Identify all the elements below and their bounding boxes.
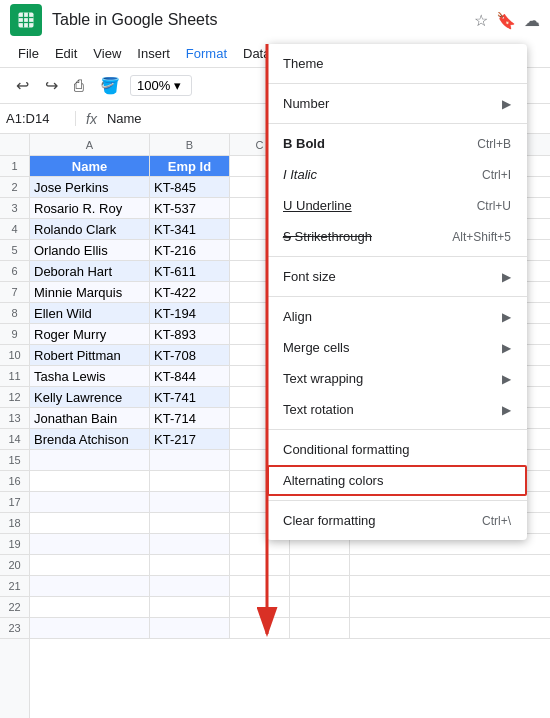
- cell-1-a[interactable]: Name: [30, 156, 150, 176]
- table-row[interactable]: [30, 597, 550, 618]
- menu-file[interactable]: File: [10, 42, 47, 65]
- cell-5-a[interactable]: Orlando Ellis: [30, 240, 150, 260]
- table-row[interactable]: [30, 555, 550, 576]
- cell-19-b[interactable]: [150, 534, 230, 554]
- cell-8-b[interactable]: KT-194: [150, 303, 230, 323]
- menu-item-alternating_colors[interactable]: Alternating colors: [267, 465, 527, 496]
- menu-item-text_rotation[interactable]: Text rotation▶: [267, 394, 527, 425]
- cell-21-b[interactable]: [150, 576, 230, 596]
- menu-separator: [267, 256, 527, 257]
- cell-15-b[interactable]: [150, 450, 230, 470]
- cell-17-a[interactable]: [30, 492, 150, 512]
- cell-1-b[interactable]: Emp Id: [150, 156, 230, 176]
- menu-item-font_size[interactable]: Font size▶: [267, 261, 527, 292]
- cell-20-a[interactable]: [30, 555, 150, 575]
- paint-format-button[interactable]: 🪣: [94, 72, 126, 99]
- menu-item-merge_cells[interactable]: Merge cells▶: [267, 332, 527, 363]
- cell-20-c[interactable]: [230, 555, 290, 575]
- submenu-arrow-text_rotation: ▶: [502, 403, 511, 417]
- cell-reference[interactable]: A1:D14: [6, 111, 76, 126]
- zoom-arrow-icon: ▾: [174, 78, 181, 93]
- cell-11-b[interactable]: KT-844: [150, 366, 230, 386]
- cell-9-b[interactable]: KT-893: [150, 324, 230, 344]
- menu-edit[interactable]: Edit: [47, 42, 85, 65]
- cell-16-a[interactable]: [30, 471, 150, 491]
- cell-22-c[interactable]: [230, 597, 290, 617]
- menu-item-conditional_formatting[interactable]: Conditional formatting: [267, 434, 527, 465]
- menu-view[interactable]: View: [85, 42, 129, 65]
- menu-item-text_wrapping[interactable]: Text wrapping▶: [267, 363, 527, 394]
- cell-13-b[interactable]: KT-714: [150, 408, 230, 428]
- cell-10-a[interactable]: Robert Pittman: [30, 345, 150, 365]
- cell-2-a[interactable]: Jose Perkins: [30, 177, 150, 197]
- menu-shortcut-underline: Ctrl+U: [477, 199, 511, 213]
- star-icon[interactable]: ☆: [474, 11, 488, 30]
- cell-14-b[interactable]: KT-217: [150, 429, 230, 449]
- cell-20-d[interactable]: [290, 555, 350, 575]
- zoom-value: 100%: [137, 78, 170, 93]
- menu-item-clear_formatting[interactable]: Clear formattingCtrl+\: [267, 505, 527, 536]
- zoom-control[interactable]: 100% ▾: [130, 75, 192, 96]
- menu-item-label-align: Align: [283, 309, 312, 324]
- cell-16-b[interactable]: [150, 471, 230, 491]
- fx-label: fx: [76, 111, 107, 127]
- bookmark-icon[interactable]: 🔖: [496, 11, 516, 30]
- table-row[interactable]: [30, 618, 550, 639]
- row-num-10: 10: [0, 345, 29, 366]
- cell-23-b[interactable]: [150, 618, 230, 638]
- print-button[interactable]: ⎙: [68, 73, 90, 99]
- cell-2-b[interactable]: KT-845: [150, 177, 230, 197]
- cell-12-a[interactable]: Kelly Lawrence: [30, 387, 150, 407]
- menu-item-number[interactable]: Number▶: [267, 88, 527, 119]
- menu-shortcut-italic: Ctrl+I: [482, 168, 511, 182]
- cell-4-a[interactable]: Rolando Clark: [30, 219, 150, 239]
- cell-18-b[interactable]: [150, 513, 230, 533]
- submenu-arrow-text_wrapping: ▶: [502, 372, 511, 386]
- cell-10-b[interactable]: KT-708: [150, 345, 230, 365]
- cell-11-a[interactable]: Tasha Lewis: [30, 366, 150, 386]
- menu-format[interactable]: Format: [178, 42, 235, 65]
- submenu-arrow-number: ▶: [502, 97, 511, 111]
- cell-13-a[interactable]: Jonathan Bain: [30, 408, 150, 428]
- cell-7-b[interactable]: KT-422: [150, 282, 230, 302]
- menu-insert[interactable]: Insert: [129, 42, 178, 65]
- cell-23-c[interactable]: [230, 618, 290, 638]
- cell-3-b[interactable]: KT-537: [150, 198, 230, 218]
- cell-22-d[interactable]: [290, 597, 350, 617]
- menu-item-underline[interactable]: U UnderlineCtrl+U: [267, 190, 527, 221]
- cell-22-a[interactable]: [30, 597, 150, 617]
- menu-item-theme[interactable]: Theme: [267, 48, 527, 79]
- cell-21-c[interactable]: [230, 576, 290, 596]
- cell-4-b[interactable]: KT-341: [150, 219, 230, 239]
- menu-item-bold[interactable]: B BoldCtrl+B: [267, 128, 527, 159]
- table-row[interactable]: [30, 576, 550, 597]
- cell-18-a[interactable]: [30, 513, 150, 533]
- cell-22-b[interactable]: [150, 597, 230, 617]
- cell-23-a[interactable]: [30, 618, 150, 638]
- menu-item-label-text_rotation: Text rotation: [283, 402, 354, 417]
- cell-9-a[interactable]: Roger Murry: [30, 324, 150, 344]
- cell-20-b[interactable]: [150, 555, 230, 575]
- cell-5-b[interactable]: KT-216: [150, 240, 230, 260]
- cell-7-a[interactable]: Minnie Marquis: [30, 282, 150, 302]
- redo-button[interactable]: ↪: [39, 72, 64, 99]
- cell-15-a[interactable]: [30, 450, 150, 470]
- cell-6-b[interactable]: KT-611: [150, 261, 230, 281]
- cell-21-d[interactable]: [290, 576, 350, 596]
- cell-14-a[interactable]: Brenda Atchison: [30, 429, 150, 449]
- undo-button[interactable]: ↩: [10, 72, 35, 99]
- menu-item-italic[interactable]: I ItalicCtrl+I: [267, 159, 527, 190]
- cell-6-a[interactable]: Deborah Hart: [30, 261, 150, 281]
- format-dropdown-menu: ThemeNumber▶B BoldCtrl+BI ItalicCtrl+IU …: [267, 44, 527, 540]
- menu-item-label-strikethrough: S̶ Strikethrough: [283, 229, 372, 244]
- cloud-icon[interactable]: ☁: [524, 11, 540, 30]
- menu-item-strikethrough[interactable]: S̶ StrikethroughAlt+Shift+5: [267, 221, 527, 252]
- cell-8-a[interactable]: Ellen Wild: [30, 303, 150, 323]
- cell-19-a[interactable]: [30, 534, 150, 554]
- cell-3-a[interactable]: Rosario R. Roy: [30, 198, 150, 218]
- cell-23-d[interactable]: [290, 618, 350, 638]
- cell-12-b[interactable]: KT-741: [150, 387, 230, 407]
- cell-21-a[interactable]: [30, 576, 150, 596]
- menu-item-align[interactable]: Align▶: [267, 301, 527, 332]
- cell-17-b[interactable]: [150, 492, 230, 512]
